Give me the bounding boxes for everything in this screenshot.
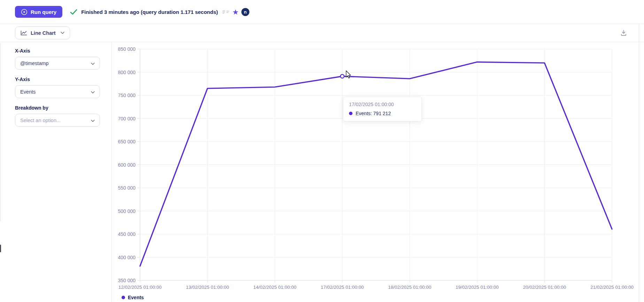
series-line[interactable] [140,62,612,266]
run-query-label: Run query [31,9,56,15]
x-axis-label: 20/02/2025 01:00:00 [523,285,566,290]
x-axis-select[interactable]: @timestamp [15,57,100,70]
chevron-down-icon [91,118,95,123]
query-meta-icon [222,10,230,14]
x-axis-label: 21/02/2025 01:00:00 [590,285,634,290]
x-axis-field: X-Axis @timestamp [15,48,100,70]
legend-label: Events [128,295,144,300]
y-axis-label: 850 000 [118,46,135,52]
run-query-button[interactable]: Run query [15,6,62,18]
query-meta-icons: ★ n [222,8,249,16]
chevron-down-icon [61,32,64,34]
hover-marker[interactable] [341,74,344,78]
y-axis-label: 800 000 [118,70,135,75]
y-axis-label: Y-Axis [15,77,100,82]
x-axis-label: 13/02/2025 01:00:00 [186,285,229,290]
right-scrollbar-track[interactable] [639,24,639,302]
play-icon [21,9,28,15]
left-scrollbar-thumb[interactable] [0,245,1,252]
y-axis-label: 400 000 [118,255,135,260]
x-axis-label: 17/02/2025 01:00:00 [321,285,364,290]
y-axis-label: 350 000 [118,278,135,283]
chart-area[interactable]: 850 000800 000750 000700 000650 000600 0… [112,42,644,302]
line-chart[interactable]: 850 000800 000750 000700 000650 000600 0… [112,42,644,302]
y-axis-select[interactable]: Events [15,85,100,98]
chart-type-label: Line Chart [31,30,56,36]
legend-dot [122,296,125,299]
download-button[interactable] [620,29,627,37]
breakdown-select[interactable]: Select an option... [15,114,100,127]
y-axis-label: 450 000 [118,231,135,237]
chart-toolbar: Line Chart [0,24,644,42]
breakdown-field: Breakdown by Select an option... [15,105,100,127]
chart-legend-events[interactable]: Events [122,295,144,300]
avatar-icon: n [241,8,249,16]
main-content: X-Axis @timestamp Y-Axis Events Breakdow… [0,42,644,302]
favorite-star-icon[interactable]: ★ [232,8,239,16]
chart-type-select[interactable]: Line Chart [15,26,70,39]
line-chart-icon [21,30,27,35]
x-axis-label: 19/02/2025 01:00:00 [456,285,499,290]
y-axis-label: 600 000 [118,162,135,168]
left-panel-edge [0,43,0,221]
chart-config-sidebar: X-Axis @timestamp Y-Axis Events Breakdow… [0,42,112,302]
query-toolbar: Run query Finished 3 minutes ago (query … [0,0,644,24]
y-axis-value: Events [20,89,36,95]
y-axis-label: 650 000 [118,139,135,144]
x-axis-label: 14/02/2025 01:00:00 [253,285,296,290]
avatar-glyph: n [244,9,247,15]
chevron-down-icon [91,61,95,66]
query-results-page: Run query Finished 3 minutes ago (query … [0,0,644,302]
query-status-text: Finished 3 minutes ago (query duration 1… [81,9,218,15]
breakdown-value: Select an option... [20,118,61,123]
breakdown-label: Breakdown by [15,105,100,111]
y-axis-label: 550 000 [118,185,135,191]
y-axis-label: 500 000 [118,208,135,214]
x-axis-label: X-Axis [15,48,100,54]
x-axis-label: 12/02/2025 01:00:00 [118,285,162,290]
x-axis-value: @timestamp [20,61,49,66]
success-check-icon [70,9,77,15]
y-axis-label: 700 000 [118,116,135,121]
y-axis-label: 750 000 [118,93,135,98]
chevron-down-icon [91,89,95,95]
x-axis-label: 18/02/2025 01:00:00 [388,285,431,290]
y-axis-field: Y-Axis Events [15,77,100,98]
